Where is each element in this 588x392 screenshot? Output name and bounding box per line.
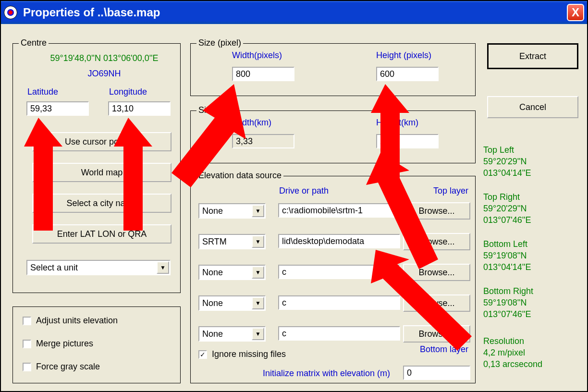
- elev-group: Elevation data source Drive or path Top …: [190, 176, 476, 383]
- enter-latlon-button[interactable]: Enter LAT LON or QRA: [32, 224, 172, 244]
- elev-type-4[interactable]: None▼: [198, 326, 266, 342]
- init-label: Initialize matrix with elevation (m): [263, 368, 390, 379]
- lon-label: Longitude: [109, 87, 147, 97]
- br-label: Bottom Right: [483, 286, 533, 296]
- width-km-input: [232, 134, 294, 148]
- elev-browse-1[interactable]: Browse...: [403, 233, 470, 250]
- chevron-down-icon: ▼: [252, 235, 264, 248]
- tl-lon: 013°04'14''E: [483, 168, 531, 178]
- width-pixels-input[interactable]: [232, 67, 294, 81]
- tl-label: Top Left: [483, 145, 514, 155]
- init-value[interactable]: [403, 366, 470, 380]
- height-pixels-input[interactable]: [376, 67, 439, 81]
- width-km-label: Width(km): [232, 118, 271, 128]
- options-group: Adjust units elevation Merge pictures Fo…: [12, 306, 181, 383]
- tl-lat: 59°20'29''N: [483, 157, 527, 167]
- tr-lon: 013°07'46''E: [483, 215, 531, 225]
- elev-type-1[interactable]: SRTM▼: [198, 234, 266, 249]
- client-area: Centre 59°19'48,0''N 013°06'00,0''E JO69…: [1, 24, 587, 391]
- bl-lon: 013°04'14''E: [483, 262, 531, 272]
- br-lon: 013°07'46''E: [483, 309, 531, 319]
- lon-input[interactable]: [108, 101, 171, 116]
- unit-select[interactable]: Select a unit ▼: [26, 260, 171, 275]
- br-lat: 59°19'08''N: [483, 298, 527, 308]
- checkbox-icon: ✓: [198, 350, 207, 359]
- chevron-down-icon: ▼: [252, 328, 264, 340]
- centre-legend: Centre: [19, 38, 49, 48]
- checkbox-icon: [23, 363, 31, 371]
- checkbox-icon: [23, 340, 31, 348]
- size-km-legend: Size(km): [196, 105, 234, 115]
- res2: 0,13 arcsecond: [483, 359, 542, 369]
- cancel-button[interactable]: Cancel: [487, 96, 578, 118]
- adjust-units-checkbox[interactable]: Adjust units elevation: [23, 316, 118, 326]
- centre-group: Centre 59°19'48,0''N 013°06'00,0''E JO69…: [12, 43, 181, 293]
- height-pixels-label: Height (pixels): [376, 50, 431, 61]
- elev-legend: Elevation data source: [196, 171, 283, 181]
- cursor-position-button[interactable]: Use cursor position: [32, 132, 172, 151]
- world-map-button[interactable]: World map: [32, 163, 172, 182]
- chevron-down-icon: ▼: [252, 297, 264, 309]
- size-km-group: Size(km) Width(km) Height(km): [190, 110, 476, 163]
- elev-type-2[interactable]: None▼: [198, 265, 266, 280]
- elev-browse-0[interactable]: Browse...: [403, 202, 470, 220]
- elev-type-3[interactable]: None▼: [198, 295, 266, 311]
- centre-coord-text: 59°19'48,0''N 013°06'00,0''E: [32, 53, 176, 63]
- elev-path-3[interactable]: [278, 295, 400, 310]
- size-pixel-legend: Size (pixel): [196, 38, 243, 48]
- elev-browse-4[interactable]: Browse...: [403, 325, 470, 343]
- lat-label: Latitude: [27, 87, 58, 97]
- titlebar: Properties of ..\base.map X: [1, 1, 587, 24]
- elev-path-2[interactable]: [278, 265, 400, 279]
- res-label: Resolution: [483, 336, 524, 346]
- window: Properties of ..\base.map X Centre 59°19…: [0, 0, 588, 392]
- elev-path-4[interactable]: [278, 326, 400, 341]
- elev-path-0[interactable]: [278, 203, 400, 218]
- lat-input[interactable]: [26, 101, 89, 116]
- elev-type-0[interactable]: None▼: [198, 203, 266, 219]
- force-gray-checkbox[interactable]: Force gray scale: [23, 362, 100, 372]
- tr-lat: 59°20'29''N: [483, 204, 527, 214]
- chevron-down-icon: ▼: [157, 261, 169, 274]
- extract-button[interactable]: Extract: [487, 43, 578, 69]
- checkbox-icon: [23, 317, 31, 325]
- chevron-down-icon: ▼: [252, 266, 264, 279]
- top-layer-label: Top layer: [433, 186, 468, 196]
- chevron-down-icon: ▼: [252, 205, 264, 217]
- size-pixel-group: Size (pixel) Width(pixels) Height (pixel…: [190, 43, 476, 96]
- elev-browse-2[interactable]: Browse...: [403, 264, 470, 281]
- drive-path-label: Drive or path: [279, 186, 329, 196]
- bottom-layer-label: Bottom layer: [420, 344, 468, 355]
- bl-label: Bottom Left: [483, 239, 527, 249]
- window-title: Properties of ..\base.map: [23, 6, 567, 19]
- height-km-input[interactable]: [376, 134, 439, 148]
- merge-pictures-checkbox[interactable]: Merge pictures: [23, 339, 93, 349]
- close-icon: X: [572, 6, 579, 19]
- height-km-label: Height(km): [376, 118, 418, 128]
- res1: 4,2 m/pixel: [483, 348, 525, 358]
- elev-browse-3[interactable]: Browse...: [403, 294, 470, 312]
- close-button[interactable]: X: [567, 4, 584, 21]
- centre-locator: JO69NH: [32, 69, 176, 79]
- app-icon: [4, 6, 17, 19]
- width-pixels-label: Width(pixels): [232, 50, 282, 61]
- bl-lat: 59°19'08''N: [483, 251, 527, 261]
- ignore-checkbox[interactable]: ✓ Ignore missing files: [198, 349, 286, 359]
- select-city-button[interactable]: Select a city name: [32, 194, 172, 213]
- tr-label: Top Right: [483, 192, 520, 202]
- elev-path-1[interactable]: [278, 234, 400, 248]
